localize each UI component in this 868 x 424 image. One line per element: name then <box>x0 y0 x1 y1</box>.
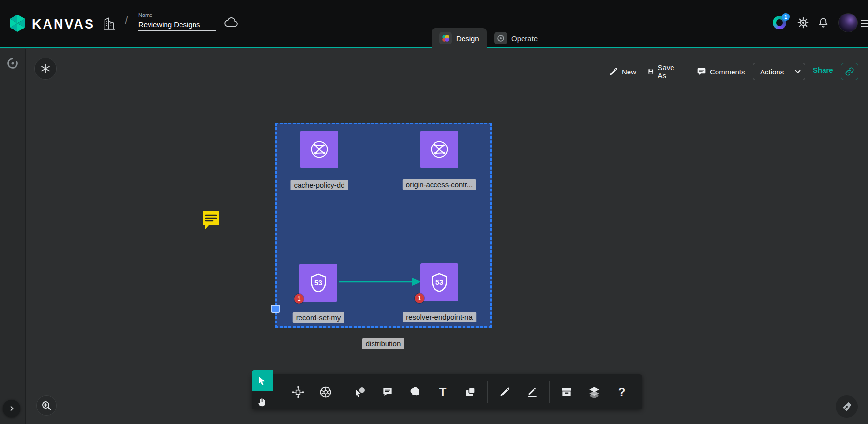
breadcrumb-separator: / <box>125 14 128 27</box>
tab-operate[interactable]: Operate <box>487 28 545 48</box>
toolbar-divider <box>487 381 488 403</box>
node-label-resolver-endpoint: resolver-endpoint-na <box>403 312 476 322</box>
save-as-button-label: Save As <box>658 63 677 80</box>
svg-text:53: 53 <box>435 278 443 286</box>
design-name-field: Name <box>138 12 216 31</box>
text-tool-button[interactable]: T <box>432 381 453 403</box>
kanvas-logo-icon <box>8 14 27 35</box>
new-button-label: New <box>622 68 636 76</box>
toolbar-divider <box>343 381 343 403</box>
user-avatar[interactable] <box>838 13 858 32</box>
node-record-set[interactable]: 53 <box>299 264 337 302</box>
help-tool-glyph: ? <box>618 385 626 399</box>
shapes-tool-button[interactable] <box>349 381 371 403</box>
media-icon <box>464 386 477 398</box>
cloudfront-network-icon <box>308 138 330 161</box>
tab-design[interactable]: Design <box>432 28 487 48</box>
node-label-cache-policy: cache-policy-dd <box>290 180 348 190</box>
route53-shield-icon: 53 <box>428 271 450 293</box>
design-tab-icon <box>439 32 452 44</box>
error-badge-resolver-endpoint[interactable]: 1 <box>415 293 424 303</box>
new-button[interactable]: New <box>609 64 636 79</box>
node-resolver-endpoint[interactable]: 53 <box>420 263 458 301</box>
settings-button[interactable] <box>797 16 809 31</box>
zoom-in-button[interactable] <box>36 395 57 416</box>
kanvas-app: { "header": { "logo_text": "KANVAS", "br… <box>0 0 868 424</box>
pencil-icon <box>498 386 511 398</box>
canvas-comment-marker[interactable] <box>201 210 221 234</box>
organization-icon[interactable] <box>103 15 116 33</box>
chevron-down-icon[interactable] <box>791 63 805 80</box>
comment-tool-button[interactable] <box>377 381 398 403</box>
cursor-arrow-icon <box>257 376 268 386</box>
connection-arrow[interactable] <box>337 276 424 288</box>
brand-name: KANVAS <box>32 17 95 32</box>
media-tool-button[interactable] <box>460 381 481 403</box>
design-tab-label: Design <box>456 34 479 43</box>
actions-button-label: Actions <box>753 63 791 80</box>
layers-tool-button[interactable] <box>584 381 605 403</box>
kubernetes-wheel-icon <box>319 385 332 399</box>
bottom-toolbar: T <box>252 370 644 413</box>
shapes-cursor-icon <box>354 386 366 398</box>
operate-tab-label: Operate <box>511 34 538 43</box>
blob-tool-button[interactable] <box>404 381 426 403</box>
sidebar-expand-button[interactable] <box>3 400 20 417</box>
help-tool-button[interactable]: ? <box>611 381 632 403</box>
node-label-record-set: record-set-my <box>293 312 344 323</box>
share-button[interactable]: Share <box>813 66 833 74</box>
route53-shield-icon: 53 <box>307 272 329 294</box>
link-icon <box>845 67 854 76</box>
hamburger-menu-icon[interactable] <box>861 18 868 29</box>
save-as-button[interactable]: Save As <box>647 64 677 79</box>
toolbar-icon-row: T <box>279 374 632 409</box>
layers-icon <box>588 386 600 398</box>
name-field-label: Name <box>138 12 216 18</box>
left-sidebar <box>0 49 26 424</box>
comments-button[interactable]: Comments <box>697 64 745 79</box>
kubernetes-tool-button[interactable] <box>315 381 336 403</box>
canvas-options-button[interactable] <box>34 58 57 80</box>
copy-link-button[interactable] <box>841 63 858 80</box>
archive-drawer-icon <box>560 386 573 398</box>
component-tool-button[interactable] <box>287 381 309 403</box>
meshery-swirl-icon[interactable] <box>5 56 20 73</box>
hand-icon <box>257 397 268 408</box>
pencil-tool-button[interactable] <box>494 381 515 403</box>
pen-nib-icon <box>840 400 853 413</box>
gear-icon <box>797 16 809 29</box>
archive-tool-button[interactable] <box>556 381 577 403</box>
selection-handle[interactable] <box>271 305 280 313</box>
brand-logo[interactable]: KANVAS <box>8 14 95 35</box>
design-name-input[interactable] <box>138 19 216 31</box>
bell-icon <box>817 16 829 29</box>
text-tool-glyph: T <box>439 385 447 399</box>
node-cache-policy[interactable] <box>300 131 338 168</box>
svg-text:53: 53 <box>314 279 322 287</box>
pencil-icon <box>609 67 618 76</box>
comments-button-label: Comments <box>710 68 745 76</box>
snowflake-icon <box>40 63 51 74</box>
cloudfront-network-icon <box>428 138 450 161</box>
notifications-bell-button[interactable] <box>817 16 829 30</box>
floppy-icon <box>647 67 654 76</box>
select-tool-button[interactable] <box>252 370 273 391</box>
pen-mode-button[interactable] <box>836 395 858 418</box>
edit-pen-icon <box>526 386 539 398</box>
actions-dropdown-button[interactable]: Actions <box>753 63 805 80</box>
blob-shape-icon <box>409 386 421 398</box>
extensions-wheel-button[interactable]: 1 <box>773 16 786 29</box>
component-icon <box>292 386 304 398</box>
operate-tab-icon <box>494 32 507 44</box>
toolbar-divider <box>549 381 550 403</box>
edit-tool-button[interactable] <box>522 381 543 403</box>
pan-tool-button[interactable] <box>252 391 273 413</box>
error-badge-record-set[interactable]: 1 <box>294 294 304 304</box>
chevron-right-icon <box>8 405 15 412</box>
magnifier-plus-icon <box>41 400 52 411</box>
node-origin-access-control[interactable] <box>420 131 458 168</box>
comment-icon <box>697 67 706 76</box>
notification-count-badge: 1 <box>782 13 790 21</box>
comment-note-icon <box>201 210 221 232</box>
cloud-sync-icon[interactable] <box>224 16 239 30</box>
